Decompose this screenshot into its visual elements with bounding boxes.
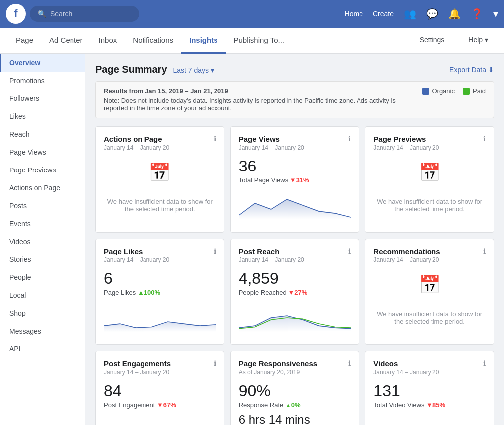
response-time-number: 6 hrs 14 mins	[239, 413, 351, 425]
line-chart-reach	[239, 300, 351, 335]
sidebar-item-videos[interactable]: Videos	[0, 233, 85, 251]
sidebar-item-promotions[interactable]: Promotions	[0, 72, 85, 89]
chevron-down-icon[interactable]: ▾	[493, 8, 498, 20]
card-title: Page Previews	[373, 135, 486, 143]
card-info-icon[interactable]: ℹ	[348, 359, 351, 367]
sidebar-item-stories[interactable]: Stories	[0, 251, 85, 268]
card-page-views: ℹ Page Views January 14 – January 20 36 …	[230, 126, 360, 233]
paid-label: Paid	[473, 87, 486, 95]
no-data-text: We have insufficient data to show forthe…	[104, 188, 216, 223]
card-label: Total Video Views ▼85%	[373, 401, 486, 409]
nav-page[interactable]: Page	[8, 28, 41, 54]
card-info-icon[interactable]: ℹ	[214, 359, 216, 367]
nav-ad-center[interactable]: Ad Center	[41, 28, 91, 54]
sidebar-item-actions-on-page[interactable]: Actions on Page	[0, 179, 85, 197]
nav-right: Home Create 👥 💬 🔔 ❓ ▾	[345, 8, 498, 20]
trend-indicator: ▼31%	[290, 176, 309, 184]
mini-chart	[239, 300, 351, 337]
response-rate-label: Response Rate ▲0%	[239, 401, 351, 409]
card-subtitle: January 14 – January 20	[373, 144, 486, 151]
sidebar-item-people[interactable]: People	[0, 268, 85, 286]
card-info-icon[interactable]: ℹ	[348, 247, 351, 255]
notifications-icon[interactable]: 🔔	[448, 8, 461, 20]
page-summary-title-group: Page Summary Last 7 days ▾	[95, 64, 214, 75]
legend: Organic Paid	[422, 87, 486, 95]
nav-inbox[interactable]: Inbox	[91, 28, 125, 54]
card-title: Page Likes	[104, 247, 216, 255]
card-title: Videos	[373, 359, 486, 368]
card-label: Post Engagement ▼67%	[104, 401, 216, 409]
card-subtitle: January 14 – January 20	[373, 369, 486, 376]
card-info-icon[interactable]: ℹ	[483, 247, 486, 255]
card-post-engagements: ℹ Post Engagements January 14 – January …	[95, 351, 224, 425]
sidebar-item-likes[interactable]: Likes	[0, 107, 85, 125]
home-link[interactable]: Home	[345, 10, 363, 18]
sidebar-item-posts[interactable]: Posts	[0, 197, 85, 215]
card-info-icon[interactable]: ℹ	[214, 135, 216, 143]
page-summary-title: Page Summary	[95, 64, 167, 75]
date-range-selector[interactable]: Last 7 days ▾	[173, 66, 214, 74]
cards-grid: ℹ Actions on Page January 14 – January 2…	[95, 126, 494, 425]
messenger-icon[interactable]: 💬	[426, 8, 438, 20]
no-data-text: We have insufficient data to show forthe…	[373, 188, 486, 223]
sidebar-item-followers[interactable]: Followers	[0, 89, 85, 107]
nav-help[interactable]: Help ▾	[460, 28, 496, 54]
sidebar-item-reach[interactable]: Reach	[0, 125, 85, 143]
export-data-button[interactable]: Export Data ⬇	[449, 66, 494, 74]
card-page-previews: ℹ Page Previews January 14 – January 20 …	[365, 126, 494, 233]
nav-notifications[interactable]: Notifications	[125, 28, 181, 54]
card-recommendations: ℹ Recommendations January 14 – January 2…	[365, 239, 494, 345]
card-subtitle: January 14 – January 20	[104, 256, 216, 263]
trend-indicator: ▼67%	[157, 401, 176, 409]
card-title: Page Responsiveness	[239, 359, 351, 368]
svg-marker-1	[104, 322, 216, 332]
card-info-icon[interactable]: ℹ	[483, 135, 486, 143]
card-number: 4,859	[239, 269, 351, 288]
card-number: 131	[373, 382, 486, 400]
nav-publishing[interactable]: Publishing To...	[226, 28, 292, 54]
trend-indicator: ▼85%	[426, 401, 445, 409]
card-subtitle: January 14 – January 20	[239, 144, 351, 151]
nav-settings[interactable]: Settings	[412, 28, 453, 54]
card-info-icon[interactable]: ℹ	[348, 135, 351, 143]
mini-chart	[104, 413, 216, 425]
card-page-likes: ℹ Page Likes January 14 – January 20 6 P…	[95, 239, 224, 345]
second-navigation: Page Ad Center Inbox Notifications Insig…	[0, 28, 504, 54]
line-chart	[239, 188, 351, 223]
nav-insights[interactable]: Insights	[181, 28, 226, 54]
card-label: Total Page Views ▼31%	[239, 176, 351, 184]
sidebar-item-api[interactable]: API	[0, 340, 85, 358]
calendar-icon: 📅	[373, 269, 486, 300]
people-icon[interactable]: 👥	[404, 8, 416, 20]
line-chart-engagements	[104, 413, 216, 425]
card-title: Recommendations	[373, 247, 486, 255]
sidebar-item-page-views[interactable]: Page Views	[0, 143, 85, 161]
paid-dot	[463, 88, 470, 95]
card-subtitle: January 14 – January 20	[373, 256, 486, 263]
card-subtitle: As of January 20, 2019	[239, 369, 351, 376]
sidebar-item-shop[interactable]: Shop	[0, 304, 85, 322]
card-label: People Reached ▼27%	[239, 289, 351, 296]
sidebar-item-local[interactable]: Local	[0, 286, 85, 304]
sidebar-item-messages[interactable]: Messages	[0, 322, 85, 340]
card-info-icon[interactable]: ℹ	[483, 359, 486, 367]
card-subtitle: January 14 – January 20	[239, 256, 351, 263]
sidebar-item-page-previews[interactable]: Page Previews	[0, 161, 85, 179]
card-info-icon[interactable]: ℹ	[214, 247, 216, 255]
info-box: Results from Jan 15, 2019 – Jan 21, 2019…	[95, 81, 494, 118]
card-page-responsiveness: ℹ Page Responsiveness As of January 20, …	[230, 351, 360, 425]
calendar-icon: 📅	[104, 157, 216, 188]
sidebar-item-overview[interactable]: Overview	[0, 54, 85, 72]
card-number: 84	[104, 382, 216, 400]
info-text: Results from Jan 15, 2019 – Jan 21, 2019…	[104, 87, 412, 112]
card-subtitle: January 14 – January 20	[104, 369, 216, 376]
trend-indicator: ▲0%	[285, 401, 301, 409]
legend-paid: Paid	[463, 87, 486, 95]
create-link[interactable]: Create	[373, 10, 394, 18]
help-icon[interactable]: ❓	[471, 8, 483, 20]
sidebar-item-events[interactable]: Events	[0, 215, 85, 233]
card-number: 90%	[239, 382, 351, 400]
mini-chart	[239, 188, 351, 224]
search-bar[interactable]: 🔍	[30, 6, 139, 22]
search-input[interactable]	[50, 10, 131, 18]
